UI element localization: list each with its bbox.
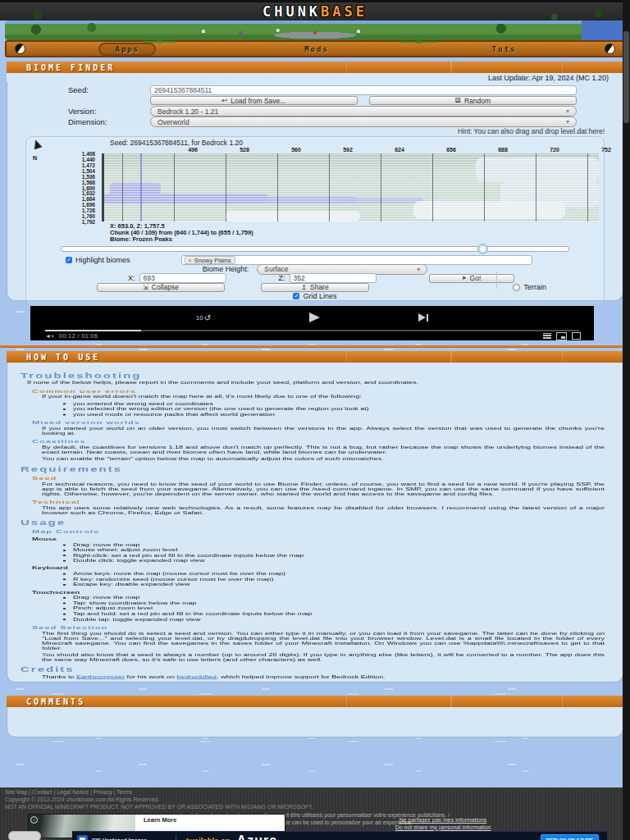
htu-list: Arrow keys: move the map (mouse cursor m…	[21, 572, 609, 587]
htu-text: , which helped improve support for Bedro…	[217, 675, 386, 680]
mute-button[interactable]: ◄×	[45, 333, 54, 339]
htu-list: Drag: move the mapMouse wheel: adjust zo…	[21, 542, 609, 564]
map-grid-lines	[102, 153, 599, 221]
zoom-slider[interactable]	[61, 246, 569, 252]
grid-lines-row: ✓ Grid Lines	[36, 292, 594, 300]
scrollbar[interactable]	[623, 0, 630, 840]
map-left-boundary	[102, 153, 104, 221]
next-icon	[418, 313, 426, 322]
htu-paragraph: You should also know that a seed is alwa…	[42, 653, 605, 663]
azure-ad-banner[interactable]: CIS Hardened Images Available on Azure D…	[72, 831, 607, 840]
htu-link[interactable]: bedrockified	[177, 675, 217, 680]
htu-list-item: you selected the wrong edition or versio…	[73, 407, 609, 412]
htu-text: for providing	[98, 682, 144, 682]
ad-learn-more[interactable]: Learn More	[144, 816, 176, 824]
next-button[interactable]	[418, 313, 428, 322]
map-canvas[interactable]	[102, 153, 599, 221]
htu-list-item: R key: randomize seed (mouse cursor must…	[73, 577, 609, 582]
video-player[interactable]: 10↺ ◄× 00:12 / 01:06	[30, 306, 594, 340]
scrollbar-thumb[interactable]	[623, 31, 629, 123]
nav-orb-left-icon[interactable]	[15, 43, 25, 54]
minecraft-scene-banner	[5, 21, 625, 40]
x-tick: 624	[395, 147, 404, 153]
azure-available-label: Available on	[185, 836, 231, 840]
nav-item-apps[interactable]: Apps	[98, 43, 156, 56]
video-settings-icon[interactable]	[543, 333, 551, 339]
map-y-axis: 1,4081,4401,4721,5041,5361,5681,6001,632…	[31, 153, 102, 221]
next-icon-bar	[427, 314, 428, 322]
z-coordinate-label: Z:	[279, 274, 285, 282]
collapse-button[interactable]: ⇲Collapse	[97, 283, 225, 292]
go-button[interactable]: ➤Go!	[429, 274, 514, 283]
htu-paragraph: The first thing you should do is select …	[42, 631, 605, 651]
seed-input[interactable]	[150, 85, 577, 95]
logo-chunk: CHUNK	[262, 3, 321, 20]
htu-link[interactable]: Earthcomputer	[76, 675, 125, 680]
htu-heading: Coastlines	[32, 439, 609, 445]
htu-list: Drag: move the mapTap: show coordinates …	[21, 596, 609, 622]
footer-links[interactable]: Site Map | Contact | Legal Notice | Priv…	[0, 788, 630, 797]
drag-drop-hint: Hint: You can also drag and drop level.d…	[14, 127, 616, 136]
htu-paragraph: Thanks to Earthcomputer for his work on …	[42, 675, 605, 680]
consent-links: Ne partagez pas mes informations Do not …	[271, 817, 615, 832]
biome-finder-panel: Seed: ↩Load from Save... ⚄Random Version…	[7, 82, 623, 301]
ad-info-icon[interactable]: i	[30, 816, 38, 824]
biome-finder-header: BIOME FINDER	[7, 62, 623, 73]
consent-link-fr[interactable]: Ne partagez pas mes informations	[271, 817, 615, 824]
htu-link[interactable]: biome colors	[143, 682, 185, 682]
video-progress-fill	[45, 330, 141, 331]
deploy-azure-button[interactable]: DEPLOY ON AZURE	[541, 834, 599, 840]
version-select[interactable]: Bedrock 1.20 - 1.21▾	[150, 106, 577, 116]
htu-list-item: Double click: toggle expanded map view	[73, 559, 609, 564]
dimension-select[interactable]: Overworld▾	[150, 116, 577, 127]
go-label: Go!	[470, 274, 482, 282]
nav-item-mods[interactable]: Mods	[290, 44, 344, 54]
z-coordinate-input[interactable]	[290, 273, 377, 283]
comments-panel	[7, 707, 623, 737]
how-to-use-header: HOW TO USE	[7, 351, 623, 363]
remove-chip-icon[interactable]: ×	[189, 258, 192, 263]
htu-heading: Map Controls	[32, 529, 609, 535]
x-tick: 720	[550, 147, 559, 153]
htu-list-item: Right-click: set a red pin and fill in t…	[73, 553, 609, 558]
grid-lines-checkbox[interactable]: ✓	[293, 293, 299, 299]
htu-paragraph: If you started your world on an older ve…	[42, 426, 605, 436]
picture-in-picture-icon[interactable]	[556, 332, 567, 340]
htu-list-item: Pinch: adjust zoom level	[73, 606, 609, 611]
nav-item-tuts[interactable]: Tuts	[477, 44, 532, 54]
biome-info: Biome: Frozen Peaks	[110, 236, 599, 243]
x-tick: 592	[343, 147, 353, 153]
htu-link[interactable]: amidst	[76, 682, 98, 682]
last-update: Last Update: Apr 19, 2024 (MC 1.20)	[7, 73, 623, 82]
htu-list-item: Escape key: disable expanded view	[73, 582, 609, 587]
share-button[interactable]: ↥Share	[261, 283, 369, 292]
x-coordinate-input[interactable]	[139, 273, 226, 283]
rewind-10-button[interactable]: 10↺	[196, 313, 211, 322]
section-divider	[0, 345, 630, 348]
nav-orb-right-icon[interactable]	[605, 43, 615, 54]
chunk-info: Chunk (40 / 109) from (640 / 1,744) to (…	[110, 230, 599, 236]
footer-disclaimer: NOT AN OFFICIAL MINECRAFT PRODUCT. NOT A…	[0, 804, 630, 811]
share-label: Share	[310, 283, 329, 291]
map-container: N Seed: 269415367884511, for Bedrock 1.2…	[25, 136, 605, 305]
compass-north-icon: N	[33, 139, 49, 154]
rewind-icon: ↺	[204, 313, 211, 322]
site-header: CHUNKBASE	[0, 2, 630, 21]
chevron-down-icon: ▾	[417, 266, 420, 273]
azure-product-label: Azure	[237, 833, 277, 840]
chunkbase-logo[interactable]: CHUNKBASE	[262, 3, 368, 20]
highlight-biomes-checkbox[interactable]: ✓	[66, 257, 72, 263]
chunkbase-page: CHUNKBASE AppsModsTuts BIOME FINDER Last…	[0, 0, 630, 840]
seed-label: Seed:	[68, 85, 150, 94]
zoom-slider-thumb[interactable]	[477, 244, 488, 254]
video-progress-bar[interactable]	[45, 330, 579, 331]
load-from-save-button[interactable]: ↩Load from Save...	[150, 96, 358, 105]
biome-height-value: Surface	[264, 265, 288, 273]
htu-heading: Requirements	[21, 465, 609, 472]
play-button[interactable]	[309, 313, 320, 322]
privacy-settings-button[interactable]	[8, 831, 41, 840]
biome-chip[interactable]: ×Snowy Plains	[185, 256, 235, 264]
fullscreen-icon[interactable]	[572, 332, 581, 340]
random-button[interactable]: ⚄Random	[369, 96, 577, 105]
terrain-toggle[interactable]	[513, 284, 520, 291]
